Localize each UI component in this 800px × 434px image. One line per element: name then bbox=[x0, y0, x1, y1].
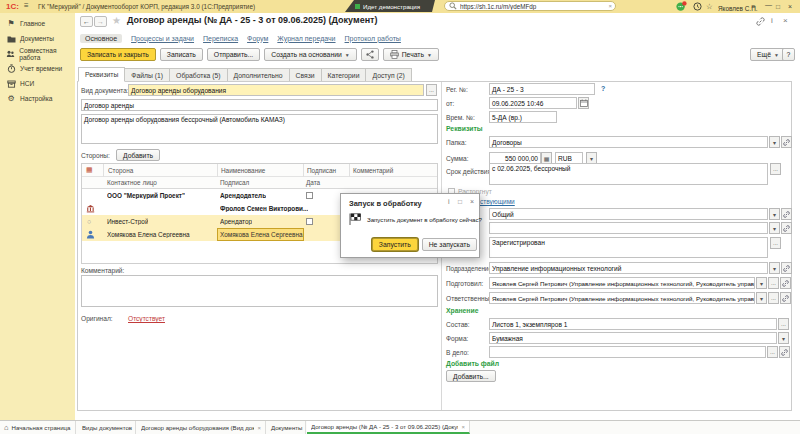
col-date[interactable]: Дата bbox=[306, 179, 320, 186]
calendar-button[interactable] bbox=[578, 97, 589, 109]
signed-checkbox[interactable] bbox=[306, 192, 313, 199]
create-based-on-button[interactable]: Создать на основании▼ bbox=[264, 48, 356, 61]
sidebar-item-collaboration[interactable]: Совместная работа bbox=[0, 46, 75, 61]
signed-checkbox[interactable] bbox=[306, 218, 313, 225]
window-tab-documents[interactable]: Документы× bbox=[267, 421, 306, 434]
classification-link-icon[interactable] bbox=[781, 208, 792, 220]
selected-cell-signer[interactable]: Хомякова Елена Сергеевна bbox=[217, 228, 304, 241]
share-button[interactable] bbox=[361, 48, 379, 61]
document-summary-textarea[interactable]: Договор аренды оборудования бессрочный (… bbox=[81, 114, 438, 144]
nav-link-processes[interactable]: Процессы и задачи bbox=[131, 35, 194, 42]
prepared-link-icon[interactable] bbox=[780, 277, 791, 289]
related-documents-link[interactable]: ствующими bbox=[480, 198, 515, 205]
restore-window-icon[interactable]: □ bbox=[776, 1, 780, 12]
department-link-icon[interactable] bbox=[781, 262, 792, 274]
responsible-link-icon[interactable] bbox=[780, 292, 791, 304]
window-tab-doc-types[interactable]: Виды документов× bbox=[78, 421, 136, 434]
window-tab-doc-kind[interactable]: Договор аренды оборудования (Вид докумен… bbox=[137, 421, 266, 434]
run-button[interactable]: Запустить bbox=[372, 238, 418, 251]
doc-type-choose-button[interactable]: ... bbox=[426, 84, 437, 96]
nav-link-transfer-log[interactable]: Журнал передачи bbox=[277, 35, 335, 42]
tab-access[interactable]: Доступ (2) bbox=[366, 68, 411, 82]
sidebar-item-nsi[interactable]: НСИ bbox=[0, 76, 75, 91]
folder-input[interactable]: Договоры bbox=[489, 136, 768, 148]
get-link-icon[interactable] bbox=[756, 17, 765, 27]
term-textarea[interactable]: с 02.06.2025, бессрочный bbox=[489, 163, 768, 185]
tab-requisites[interactable]: Реквизиты bbox=[78, 67, 125, 82]
tab-files[interactable]: Файлы (1) bbox=[125, 68, 170, 82]
col-party[interactable]: Сторона bbox=[103, 164, 133, 177]
more-button[interactable]: Ещё▼ bbox=[750, 48, 786, 61]
classification-input[interactable]: Общий bbox=[489, 208, 768, 220]
organization-dropdown-button[interactable]: ▾ bbox=[769, 222, 780, 234]
date-input[interactable]: 09.06.2025 10:46 bbox=[489, 97, 577, 109]
favorite-star-icon[interactable]: ★ bbox=[112, 15, 121, 26]
help-button[interactable]: ? bbox=[782, 48, 795, 61]
table-settings-icon[interactable]: ▦ bbox=[86, 166, 93, 174]
forward-button[interactable]: → bbox=[94, 16, 107, 27]
favorites-star-icon[interactable]: ☆ bbox=[706, 1, 713, 12]
dialog-info-icon[interactable]: i bbox=[448, 198, 450, 205]
close-tab-icon[interactable]: × bbox=[257, 425, 261, 431]
reg-number-input[interactable]: ДА - 25 - 3 bbox=[489, 83, 595, 95]
case-link-icon[interactable] bbox=[779, 346, 790, 358]
responsible-choose-button[interactable]: ... bbox=[768, 292, 779, 304]
home-page-tab[interactable]: ⌂ Начальная страница bbox=[0, 421, 76, 434]
folder-dropdown-button[interactable]: ▾ bbox=[769, 136, 780, 148]
form-input[interactable]: Бумажная bbox=[489, 332, 777, 344]
nav-link-forum[interactable]: Форум bbox=[247, 35, 268, 42]
comment-textarea[interactable] bbox=[81, 275, 438, 307]
save-and-close-button[interactable]: Записать и закрыть bbox=[80, 48, 156, 61]
prepared-by-input[interactable]: Яковлев Сергей Петрович (Управление инфо… bbox=[489, 277, 755, 289]
state-choose-button[interactable]: ... bbox=[770, 237, 781, 249]
col-signed[interactable]: Подписан bbox=[303, 164, 336, 177]
address-search-field[interactable]: https://sh.1c.ru/m/ydeMFdp × bbox=[444, 1, 616, 11]
dont-run-button[interactable]: Не запускать bbox=[422, 238, 477, 251]
discussions-icon[interactable] bbox=[676, 1, 687, 15]
prepared-dropdown-button[interactable]: ▾ bbox=[756, 277, 767, 289]
close-tab-icon[interactable]: × bbox=[305, 425, 306, 431]
department-input[interactable]: Управление информационных технологий bbox=[489, 262, 768, 274]
tab-categories[interactable]: Категории bbox=[322, 68, 367, 82]
close-tab-icon[interactable]: × bbox=[135, 425, 136, 431]
dialog-maximize-icon[interactable]: □ bbox=[458, 198, 462, 205]
add-party-button[interactable]: Добавить bbox=[116, 149, 160, 161]
main-menu-icon[interactable]: ≡ bbox=[24, 1, 29, 10]
col-contact[interactable]: Контактное лицо bbox=[107, 179, 157, 186]
col-name[interactable]: Наименование bbox=[217, 164, 265, 177]
temp-number-input[interactable]: 5-ДА (вр.) bbox=[489, 111, 557, 123]
close-tab-icon[interactable]: × bbox=[461, 424, 465, 430]
sidebar-item-time-tracking[interactable]: Учет времени bbox=[0, 61, 75, 76]
document-name-input[interactable]: Договор аренды bbox=[81, 99, 438, 111]
history-icon[interactable] bbox=[693, 2, 702, 14]
tools-menu-icon[interactable]: ≡ bbox=[751, 1, 755, 12]
sidebar-item-settings[interactable]: ⚙ Настройка bbox=[0, 91, 75, 106]
save-button[interactable]: Записать bbox=[160, 48, 203, 61]
composition-input[interactable]: Листов 1, экземпляров 1 bbox=[489, 318, 777, 330]
sidebar-item-main[interactable]: ⚑ Главное bbox=[0, 16, 75, 31]
form-dropdown-button[interactable]: ▾ bbox=[778, 332, 789, 344]
send-button[interactable]: Отправить... bbox=[207, 48, 260, 61]
nav-link-main[interactable]: Основное bbox=[80, 34, 122, 43]
nav-link-work-protocol[interactable]: Протокол работы bbox=[345, 35, 401, 42]
prepared-choose-button[interactable]: ... bbox=[768, 277, 779, 289]
doc-type-input[interactable]: Договор аренды оборудования bbox=[128, 84, 424, 96]
case-choose-button[interactable]: ... bbox=[767, 346, 778, 358]
minimize-icon[interactable]: — bbox=[765, 0, 772, 10]
col-signer[interactable]: Подписал bbox=[220, 179, 249, 186]
state-textarea[interactable]: Зарегистрирован bbox=[489, 237, 768, 258]
add-file-button[interactable]: Добавить... bbox=[446, 370, 496, 382]
case-input[interactable] bbox=[489, 346, 766, 358]
nav-link-correspondence[interactable]: Переписка bbox=[203, 35, 238, 42]
close-window-icon[interactable]: × bbox=[783, 16, 788, 25]
responsible-input[interactable]: Яковлев Сергей Петрович (Управление инфо… bbox=[489, 292, 755, 304]
original-status-link[interactable]: Отсутствует bbox=[128, 315, 165, 322]
composition-choose-button[interactable]: ... bbox=[778, 318, 789, 330]
tab-additional[interactable]: Дополнительно bbox=[228, 68, 290, 82]
organization-link-icon[interactable] bbox=[781, 222, 792, 234]
col-comment[interactable]: Комментарий bbox=[349, 164, 393, 177]
folder-link-icon[interactable] bbox=[781, 136, 792, 148]
print-button[interactable]: Печать▼ bbox=[383, 48, 439, 61]
back-button[interactable]: ← bbox=[80, 16, 93, 27]
reg-help-icon[interactable]: ? bbox=[601, 85, 605, 92]
